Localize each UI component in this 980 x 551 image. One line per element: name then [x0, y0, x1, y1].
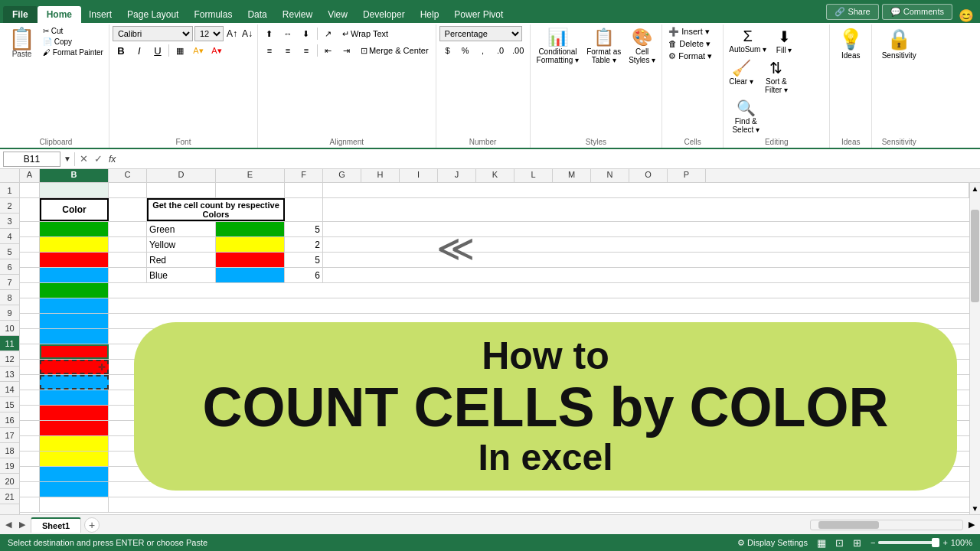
- cell-b12[interactable]: ✛: [40, 360, 109, 374]
- insert-tab[interactable]: Insert: [81, 6, 119, 23]
- row-header-16[interactable]: 16: [0, 412, 19, 428]
- row-header-18[interactable]: 18: [0, 443, 19, 458]
- cell-c6[interactable]: [109, 268, 147, 282]
- power-pivot-tab[interactable]: Power Pivot: [446, 6, 511, 23]
- align-bottom-button[interactable]: ⬇: [298, 26, 315, 41]
- col-header-h[interactable]: H: [361, 169, 400, 182]
- row-header-13[interactable]: 13: [0, 367, 19, 382]
- conditional-formatting-button[interactable]: 📊 Conditional Formatting ▾: [534, 26, 583, 66]
- add-sheet-button[interactable]: +: [84, 517, 100, 533]
- col-header-f[interactable]: F: [285, 169, 323, 182]
- merge-center-button[interactable]: ⊡Merge & Center: [357, 44, 433, 57]
- row-header-9[interactable]: 9: [0, 305, 19, 321]
- cell-b15[interactable]: [40, 406, 109, 420]
- number-format-select[interactable]: Percentage: [439, 26, 522, 41]
- cell-d4[interactable]: Yellow: [147, 237, 216, 252]
- cell-styles-button[interactable]: 🎨 Cell Styles ▾: [626, 26, 658, 66]
- increase-decimal-button[interactable]: .00: [510, 43, 527, 58]
- confirm-icon[interactable]: ✓: [93, 153, 104, 165]
- align-center-button[interactable]: ≡: [279, 43, 296, 58]
- italic-button[interactable]: I: [131, 43, 148, 58]
- align-middle-button[interactable]: ↔: [279, 26, 296, 41]
- file-tab[interactable]: File: [3, 6, 38, 23]
- cell-c3[interactable]: [109, 222, 147, 236]
- row-header-12[interactable]: 12: [0, 351, 19, 367]
- cell-a1[interactable]: [20, 183, 40, 197]
- cell-b1[interactable]: [40, 183, 109, 197]
- cell-b18[interactable]: [40, 452, 109, 466]
- scroll-up-button[interactable]: ▲: [970, 183, 980, 194]
- cell-b6[interactable]: [40, 268, 109, 282]
- horizontal-scrollbar[interactable]: [810, 520, 963, 530]
- comments-button[interactable]: 💬 Comments: [882, 4, 952, 20]
- cell-b20[interactable]: [40, 482, 109, 497]
- data-tab[interactable]: Data: [240, 6, 274, 23]
- cell-e1[interactable]: [216, 183, 285, 197]
- autosum-button[interactable]: Σ AutoSum ▾: [727, 26, 769, 55]
- sensitivity-button[interactable]: 🔒 Sensitivity: [879, 26, 920, 61]
- cancel-icon[interactable]: ✕: [78, 153, 90, 165]
- cell-c2[interactable]: [109, 198, 147, 221]
- page-layout-tab[interactable]: Page Layout: [119, 6, 186, 23]
- cell-b10[interactable]: [40, 329, 109, 344]
- cell-d1[interactable]: [147, 183, 216, 197]
- row-header-7[interactable]: 7: [0, 275, 19, 290]
- row-header-11[interactable]: 11: [0, 336, 19, 351]
- developer-tab[interactable]: Developer: [355, 6, 413, 23]
- col-header-e[interactable]: E: [216, 169, 285, 182]
- delete-cells-button[interactable]: 🗑 Delete ▾: [665, 38, 720, 50]
- cell-f3[interactable]: 5: [285, 222, 323, 236]
- fill-button[interactable]: ⬇ Fill ▾: [770, 26, 798, 56]
- insert-function-icon[interactable]: fx: [107, 154, 117, 165]
- scroll-right-button[interactable]: ▶: [966, 520, 977, 530]
- font-name-select[interactable]: Calibri: [113, 26, 193, 41]
- cell-b2-color-header[interactable]: Color: [40, 198, 109, 221]
- cell-f2[interactable]: [285, 198, 323, 221]
- name-box-arrow[interactable]: ▼: [64, 155, 71, 163]
- scroll-tabs-left[interactable]: ◀: [3, 520, 14, 530]
- row-header-19[interactable]: 19: [0, 458, 19, 474]
- name-box[interactable]: [3, 152, 60, 167]
- cell-b4[interactable]: [40, 237, 109, 252]
- row-header-3[interactable]: 3: [0, 214, 19, 229]
- cell-b3[interactable]: [40, 222, 109, 236]
- ideas-button[interactable]: 💡 Ideas: [835, 26, 866, 61]
- view-tab[interactable]: View: [320, 6, 355, 23]
- cell-e3[interactable]: [216, 222, 285, 236]
- row-header-1[interactable]: 1: [0, 183, 19, 198]
- cell-b17[interactable]: [40, 436, 109, 451]
- row-header-2[interactable]: 2: [0, 198, 19, 214]
- page-layout-view-button[interactable]: ⊡: [835, 537, 844, 549]
- zoom-slider[interactable]: [878, 541, 939, 544]
- font-color-button[interactable]: A▾: [208, 43, 225, 58]
- cell-a2[interactable]: [20, 198, 40, 221]
- cut-button[interactable]: ✂ Cut: [41, 26, 106, 36]
- vertical-scrollbar[interactable]: ▲ ▼: [969, 183, 980, 514]
- fill-color-button[interactable]: A▾: [190, 43, 207, 58]
- col-header-l[interactable]: L: [514, 169, 553, 182]
- paste-button[interactable]: 📋 Paste: [5, 26, 39, 135]
- cell-f5[interactable]: 5: [285, 253, 323, 267]
- wrap-text-button[interactable]: ↵Wrap Text: [338, 28, 392, 41]
- row-header-15[interactable]: 15: [0, 397, 19, 412]
- col-header-d[interactable]: D: [147, 169, 216, 182]
- row-header-10[interactable]: 10: [0, 321, 19, 336]
- format-as-table-button[interactable]: 📋 Format as Table ▾: [583, 26, 624, 66]
- borders-button[interactable]: ▦: [172, 43, 188, 58]
- row-header-8[interactable]: 8: [0, 290, 19, 305]
- align-left-button[interactable]: ≡: [261, 43, 278, 58]
- formula-input[interactable]: [120, 152, 977, 167]
- row-header-17[interactable]: 17: [0, 428, 19, 443]
- comma-button[interactable]: ,: [475, 43, 492, 58]
- col-header-c[interactable]: C: [109, 169, 147, 182]
- row-header-4[interactable]: 4: [0, 229, 19, 244]
- format-cells-button[interactable]: ⚙ Format ▾: [665, 51, 720, 62]
- increase-indent-button[interactable]: ⇥: [338, 43, 355, 58]
- col-header-i[interactable]: I: [400, 169, 438, 182]
- cell-b7[interactable]: [40, 283, 109, 298]
- row-header-14[interactable]: 14: [0, 382, 19, 397]
- decrease-indent-button[interactable]: ⇤: [320, 43, 337, 58]
- cell-a3[interactable]: [20, 222, 40, 236]
- decrease-font-button[interactable]: A↓: [240, 28, 254, 40]
- col-header-p[interactable]: P: [668, 169, 706, 182]
